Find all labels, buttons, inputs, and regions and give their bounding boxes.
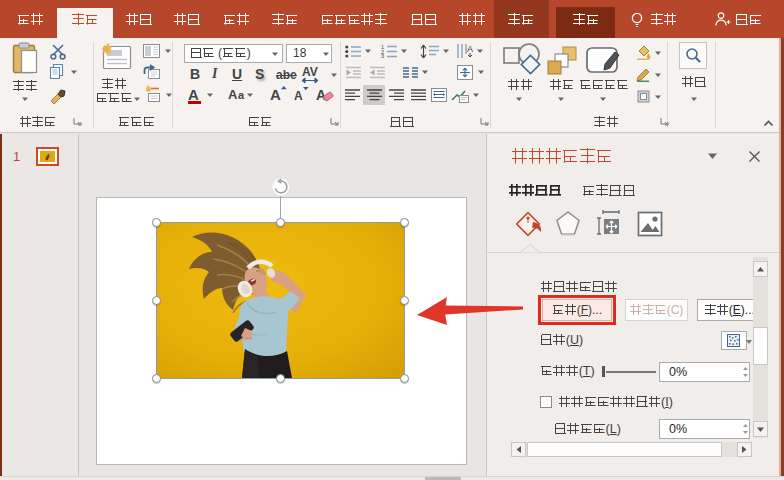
- svg-text:A: A: [316, 87, 326, 103]
- svg-text:A: A: [467, 44, 473, 54]
- svg-text:3: 3: [381, 53, 384, 58]
